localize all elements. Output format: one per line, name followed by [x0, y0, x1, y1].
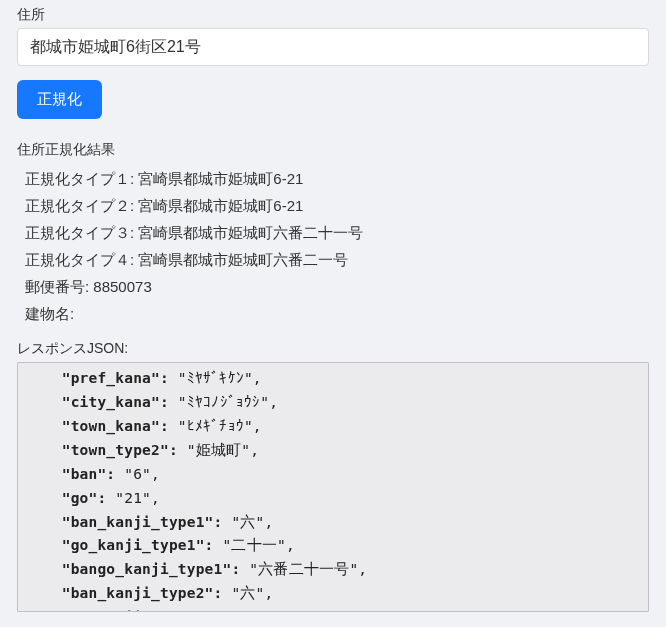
json-row: "pref_kana": "ﾐﾔｻﾞｷｹﾝ", — [26, 367, 644, 391]
normalize-button[interactable]: 正規化 — [17, 80, 102, 119]
json-row: "city_kana": "ﾐﾔｺﾉｼﾞｮｳｼ", — [26, 391, 644, 415]
result-heading: 住所正規化結果 — [17, 141, 666, 159]
json-value: "六番二十一号", — [249, 561, 367, 577]
json-value: "六", — [231, 585, 273, 601]
result-type3: 正規化タイプ３: 宮崎県都城市姫城町六番二十一号 — [25, 221, 666, 245]
json-row: "town_kana": "ﾋﾒｷﾞﾁｮｳ", — [26, 415, 644, 439]
json-key: "go": — [26, 490, 115, 506]
response-json-box[interactable]: "pref_kana": "ﾐﾔｻﾞｷｹﾝ", "city_kana": "ﾐﾔ… — [17, 362, 649, 612]
result-type2-value: 宮崎県都城市姫城町6-21 — [138, 197, 303, 214]
result-type2: 正規化タイプ２: 宮崎県都城市姫城町6-21 — [25, 194, 666, 218]
json-value: "ﾐﾔｻﾞｷｹﾝ", — [178, 370, 262, 386]
json-key: "town_type2": — [26, 442, 187, 458]
json-key: "pref_kana": — [26, 370, 178, 386]
result-building-label: 建物名: — [25, 305, 74, 322]
json-value: "六", — [231, 514, 273, 530]
result-type4-label: 正規化タイプ４: — [25, 251, 138, 268]
json-row: "bango_kanji_type1": "六番二十一号", — [26, 558, 644, 582]
result-building: 建物名: — [25, 302, 666, 326]
json-row: "town_type2": "姫城町", — [26, 439, 644, 463]
json-row: "ban_kanji_type2": "六", — [26, 582, 644, 606]
json-row: "go": "21", — [26, 487, 644, 511]
result-type1-value: 宮崎県都城市姫城町6-21 — [138, 170, 303, 187]
json-key: "ban_kanji_type1": — [26, 514, 231, 530]
result-list: 正規化タイプ１: 宮崎県都城市姫城町6-21 正規化タイプ２: 宮崎県都城市姫城… — [25, 167, 666, 326]
result-postal-label: 郵便番号: — [25, 278, 93, 295]
result-type1: 正規化タイプ１: 宮崎県都城市姫城町6-21 — [25, 167, 666, 191]
result-type2-label: 正規化タイプ２: — [25, 197, 138, 214]
json-row: "ban_kanji_type1": "六", — [26, 511, 644, 535]
json-value: "6", — [124, 466, 160, 482]
json-value: "ﾋﾒｷﾞﾁｮｳ", — [178, 418, 262, 434]
json-key: "city_kana": — [26, 394, 178, 410]
json-key: "go_kanji_type2": — [26, 609, 222, 612]
json-row: "go_kanji_type1": "二十一", — [26, 534, 644, 558]
json-value: "二十一", — [222, 537, 294, 553]
json-key: "ban_kanji_type2": — [26, 585, 231, 601]
result-postal: 郵便番号: 8850073 — [25, 275, 666, 299]
json-value: "二一", — [222, 609, 279, 612]
result-postal-value: 8850073 — [93, 278, 151, 295]
json-key: "ban": — [26, 466, 124, 482]
result-type3-label: 正規化タイプ３: — [25, 224, 138, 241]
json-value: "ﾐﾔｺﾉｼﾞｮｳｼ", — [178, 394, 278, 410]
json-value: "21", — [115, 490, 160, 506]
json-key: "town_kana": — [26, 418, 178, 434]
address-input[interactable] — [17, 28, 649, 66]
json-heading: レスポンスJSON: — [17, 340, 666, 358]
json-key: "bango_kanji_type1": — [26, 561, 249, 577]
address-label: 住所 — [17, 6, 666, 24]
json-row: "ban": "6", — [26, 463, 644, 487]
json-value: "姫城町", — [187, 442, 259, 458]
json-row: "go_kanji_type2": "二一", — [26, 606, 644, 612]
result-type1-label: 正規化タイプ１: — [25, 170, 138, 187]
result-type3-value: 宮崎県都城市姫城町六番二十一号 — [138, 224, 363, 241]
result-type4-value: 宮崎県都城市姫城町六番二一号 — [138, 251, 348, 268]
result-type4: 正規化タイプ４: 宮崎県都城市姫城町六番二一号 — [25, 248, 666, 272]
json-key: "go_kanji_type1": — [26, 537, 222, 553]
